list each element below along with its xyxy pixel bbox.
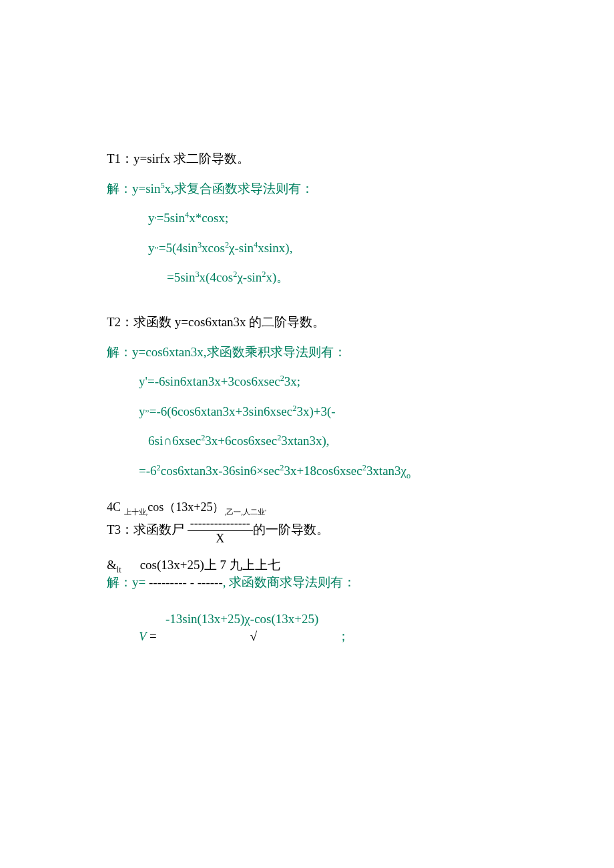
t2-l4-b: 3x+6cos6xsec [205, 434, 277, 448]
t1-l3-c: xcos [202, 241, 225, 255]
t3-amp-sub: lt [117, 564, 121, 574]
t1-l2-b: =5sin [157, 211, 185, 225]
t3-last: V =√； [107, 628, 507, 646]
t2-l5: =-62cos6xtan3x-36sin6×sec23x+18cos6xsec2… [107, 462, 507, 480]
t1-l3-e: xsinx), [258, 241, 292, 255]
t2-l5-c: 3x+18cos6xsec [284, 464, 362, 478]
t3-frac-top: --------------- [188, 517, 253, 531]
t3-frac: ---------------X [188, 517, 253, 544]
t3-sol-label: 解： [107, 575, 132, 589]
t2-l4-c: 3xtan3x), [281, 434, 329, 448]
t1-l3-a: y [148, 241, 155, 255]
t1-title: T1：y=sirfx 求二阶导数。 [107, 150, 507, 168]
t3-last-v: V [139, 629, 149, 643]
t2-title: T2：求函数 y=cos6xtan3x 的二阶导数。 [107, 314, 507, 332]
t2-l5-a: =-6 [139, 464, 157, 478]
t1-sol-label: 解： [107, 181, 132, 195]
t3-last-root: √ [250, 629, 257, 643]
t1-l4-d: x)。 [266, 270, 290, 284]
t3-mid1: &ltcos(13x+25)上 7 九上上七 [107, 556, 507, 574]
t1-sol-1: 解：y=sin5x,求复合函数求导法则有： [107, 180, 507, 198]
t2-l2-b: 3x; [284, 374, 300, 388]
t2-l4-a: 6si∩6xsec [148, 434, 201, 448]
t1-l3: y,,=5(4sin3xcos2χ-sin4xsinx), [107, 240, 507, 258]
t2-s1: y=cos6xtan3x,求函数乘积求导法则有： [132, 345, 346, 359]
t3-last-semi: ； [337, 629, 350, 643]
t2-l2: y'=-6sin6xtan3x+3cos6xsec23x; [107, 373, 507, 391]
t3-sol-b: , 求函数商求导法则有： [223, 575, 356, 589]
t2-l3-c: 3x)+3(- [296, 404, 335, 418]
t2-sol-label: 解： [107, 345, 132, 359]
t2-l5-b: cos6xtan3x-36sin6×sec [161, 464, 280, 478]
t3-sol-a: y= [132, 575, 149, 589]
t2-title-text: 求函数 y=cos6xtan3x 的二阶导数。 [133, 315, 325, 329]
t1-l4: =5sin3x(4cos2χ-sin2x)。 [107, 269, 507, 287]
t1-label: T1： [107, 151, 133, 165]
t1-l2-a: y [148, 211, 155, 225]
t2-l3: y,,=-6(6cos6xtan3x+3sin6xsec23x)+3(- [107, 403, 507, 421]
t2-l5-sub: o [406, 471, 410, 480]
t1-l4-b: x(4cos [200, 270, 234, 284]
t3-pre-b: cos（13x+25） [147, 500, 224, 514]
t3-sol: 解：y= --------- - ------, 求函数商求导法则有： [107, 574, 507, 592]
t3-pre-t1: 上十业, [124, 507, 148, 515]
t3-sol-d: --------- - ------ [149, 575, 223, 589]
t3-mid-black: cos(13x+25)上 7 九上上七 [140, 558, 280, 572]
t1-l3-d: χ-sin [229, 241, 254, 255]
t1-l2-c: x*cosx; [189, 211, 228, 225]
t3-pre-t2: ,乙一,人二业' [224, 507, 266, 515]
t1-l4-c: χ-sin [237, 270, 262, 284]
t1-s1-a: y=sin [132, 181, 160, 195]
t1-title-text: y=sirfx 求二阶导数。 [133, 151, 250, 165]
t2-sol-1: 解：y=cos6xtan3x,求函数乘积求导法则有： [107, 344, 507, 362]
t3-tend: 的一阶导数。 [253, 522, 329, 536]
t3-last-eq: = [149, 629, 157, 643]
t2-l5-d: 3xtan3χ [366, 464, 406, 478]
t3-last-top-txt: -13sin(13x+25)χ-cos(13x+25) [166, 612, 318, 626]
t3-pre-a: 4C [107, 500, 124, 514]
t3-amp: & [107, 558, 117, 572]
t1-s1-b: x,求复合函数求导法则有： [165, 181, 314, 195]
t3-last-top: -13sin(13x+25)χ-cos(13x+25) [107, 610, 507, 628]
t2-l3-b: =-6(6cos6xtan3x+3sin6xsec [149, 404, 293, 418]
t3-tmid: 求函数尸 [133, 522, 188, 536]
t2-l2-a: y'=-6sin6xtan3x+3cos6xsec [139, 374, 280, 388]
t2-l4: 6si∩6xsec23x+6cos6xsec23xtan3x), [107, 432, 507, 450]
t3-label: T3： [107, 522, 133, 536]
t1-l3-b: =5(4sin [159, 241, 198, 255]
t3-title: T3：求函数尸 ---------------X的一阶导数。 [107, 517, 507, 544]
t2-l3-a: y [139, 404, 145, 418]
t3-pre: 4C 上十业,cos（13x+25）,乙一,人二业' [107, 499, 507, 517]
t1-l2: y,=5sin4x*cosx; [107, 209, 507, 228]
t1-l4-a: =5sin [167, 270, 195, 284]
t3-frac-bot: X [188, 531, 253, 544]
t2-label: T2： [107, 315, 133, 329]
